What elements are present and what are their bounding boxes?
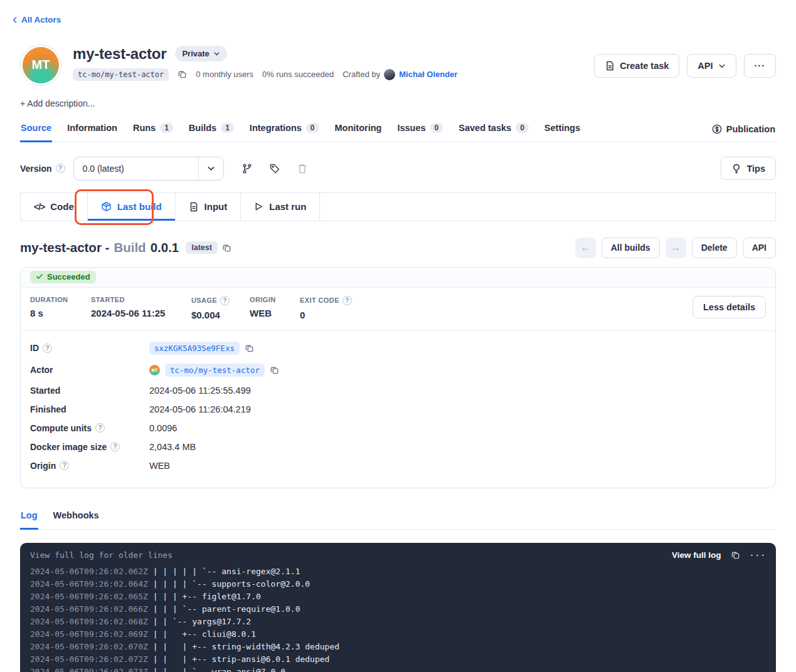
stat-usage: USAGE $0.004: [191, 296, 250, 320]
tab-monitoring[interactable]: Monitoring: [334, 117, 383, 142]
detail-label: Docker image size: [30, 442, 107, 452]
build-title: my-test-actor - Build 0.0.1 latest: [20, 240, 231, 255]
detail-label: Actor: [30, 365, 53, 375]
version-select-caret: [198, 157, 223, 180]
tab-label: Integrations: [250, 123, 302, 133]
delete-version-trash-icon[interactable]: [297, 163, 308, 174]
stat-exit-code: EXIT CODE 0: [300, 296, 352, 320]
subtab-last-build[interactable]: Last build: [88, 193, 176, 221]
tips-label: Tips: [746, 164, 765, 174]
detail-row-docker-image-size: Docker image size 2,043.4 MB: [30, 442, 766, 452]
stat-label: USAGE: [191, 297, 217, 304]
build-status-strip: Succeeded: [21, 268, 775, 288]
build-detail-rows: ID sxzKGK5A93Se9FExs Actor MT tc-mo/my-t…: [21, 330, 775, 488]
copy-log-button[interactable]: [731, 550, 740, 560]
stat-label: EXIT CODE: [300, 297, 339, 304]
build-actions: All builds Delete API: [575, 238, 776, 258]
log-timestamp: 2024-05-06T09:26:02.062Z: [30, 565, 148, 578]
detail-label: ID: [30, 343, 39, 353]
detail-row-compute-units: Compute units 0.0096: [30, 423, 766, 433]
log-timestamp: 2024-05-06T09:26:02.068Z: [30, 616, 148, 628]
usage-help-icon[interactable]: [220, 296, 230, 305]
log-line: 2024-05-06T09:26:02.064Z| | | | `-- supp…: [30, 578, 766, 591]
log-timestamp: 2024-05-06T09:26:02.072Z: [30, 653, 148, 666]
tab-source[interactable]: Source: [20, 117, 52, 142]
detail-label: Started: [30, 386, 60, 396]
actor-detail-page: All Actors MT my-test-actor Private tc-m…: [0, 0, 796, 672]
log-line: 2024-05-06T09:26:02.069Z| | +-- cliui@8.…: [30, 628, 766, 641]
visibility-label: Private: [182, 49, 209, 58]
add-description-button[interactable]: + Add description...: [20, 98, 776, 108]
actor-link-pill[interactable]: tc-mo/my-test-actor: [165, 364, 265, 377]
chevron-down-icon: [718, 62, 726, 70]
actor-title: my-test-actor: [73, 45, 166, 63]
dollar-circle-icon: [712, 124, 722, 134]
subtab-last-run[interactable]: Last run: [241, 193, 320, 221]
copy-handle-button[interactable]: [178, 70, 187, 79]
log-text: | | | +-- string-width@4.2.3 deduped: [148, 641, 339, 653]
id-help-icon[interactable]: [43, 344, 52, 353]
tab-label: Webhooks: [53, 510, 99, 520]
tab-saved-tasks[interactable]: Saved tasks0: [458, 117, 529, 142]
docker-size-help-icon[interactable]: [110, 442, 120, 451]
build-details-card: Succeeded DURATION 8 s STARTED 2024-05-0…: [20, 267, 776, 488]
lightbulb-icon: [731, 164, 741, 174]
view-full-log-button[interactable]: View full log: [672, 550, 721, 560]
tab-runs[interactable]: Runs1: [132, 117, 174, 142]
chevron-down-icon: [213, 50, 220, 57]
tab-webhooks[interactable]: Webhooks: [53, 505, 100, 530]
all-builds-button[interactable]: All builds: [602, 238, 660, 258]
tag-icon[interactable]: [269, 163, 280, 174]
version-help-icon[interactable]: [56, 164, 65, 173]
actor-title-block: my-test-actor Private tc-mo/my-test-acto…: [73, 45, 457, 81]
git-branch-icon[interactable]: [241, 163, 253, 174]
next-build-button[interactable]: [666, 238, 686, 258]
tab-label: Issues: [397, 123, 425, 133]
log-more-actions-button[interactable]: [750, 550, 766, 560]
api-label: API: [698, 61, 713, 71]
log-text: | | `-- yargs@17.7.2: [148, 616, 251, 628]
tab-information[interactable]: Information: [66, 117, 118, 142]
terminal-controls: View full log: [672, 550, 766, 560]
compute-units-help-icon[interactable]: [95, 423, 105, 433]
version-select[interactable]: 0.0 (latest): [73, 157, 224, 181]
package-icon: [101, 201, 112, 212]
build-api-button[interactable]: API: [743, 238, 776, 258]
visibility-badge[interactable]: Private: [175, 46, 226, 61]
previous-build-button[interactable]: [575, 238, 596, 258]
subtab-code[interactable]: Code: [21, 193, 88, 221]
tips-button[interactable]: Tips: [721, 157, 776, 180]
log-tabs-bar: Log Webhooks: [20, 505, 776, 530]
less-details-button[interactable]: Less details: [693, 296, 766, 318]
author-link[interactable]: Michał Olender: [399, 70, 457, 79]
chevron-left-icon: [11, 16, 19, 24]
copy-build-button[interactable]: [222, 243, 231, 253]
back-to-all-actors-link[interactable]: All Actors: [11, 15, 61, 24]
exit-code-help-icon[interactable]: [342, 296, 352, 305]
more-actions-button[interactable]: [744, 54, 777, 78]
log-line: 2024-05-06T09:26:02.062Z| | | | | `-- an…: [30, 565, 766, 578]
actor-handle[interactable]: tc-mo/my-test-actor: [73, 68, 169, 81]
file-icon: [189, 202, 199, 212]
stat-value: 8 s: [30, 308, 91, 318]
log-line: 2024-05-06T09:26:02.073Z| | | `-- wrap-a…: [30, 666, 766, 672]
build-id-pill[interactable]: sxzKGK5A93Se9FExs: [149, 342, 240, 355]
actor-header: MT my-test-actor Private tc-mo/my-test-a…: [20, 45, 776, 83]
copy-actor-button[interactable]: [270, 365, 279, 375]
log-text: | | | `-- parent-require@1.0.0: [148, 603, 300, 616]
log-text: | | | | | `-- ansi-regex@2.1.1: [148, 565, 300, 578]
tab-settings[interactable]: Settings: [544, 117, 581, 142]
tab-integrations[interactable]: Integrations0: [249, 117, 320, 142]
origin-help-icon[interactable]: [60, 461, 69, 470]
copy-build-id-button[interactable]: [245, 344, 254, 353]
tab-issues[interactable]: Issues0: [396, 117, 443, 142]
view-older-lines-link[interactable]: View full log for older lines: [30, 550, 172, 560]
tab-publication[interactable]: Publication: [711, 118, 776, 142]
api-button[interactable]: API: [687, 54, 736, 78]
tab-log[interactable]: Log: [20, 505, 38, 530]
subtab-input[interactable]: Input: [176, 193, 241, 221]
actor-avatar: MT: [23, 47, 59, 83]
tab-builds[interactable]: Builds1: [188, 117, 235, 142]
create-task-button[interactable]: Create task: [594, 54, 679, 78]
delete-build-button[interactable]: Delete: [692, 238, 737, 258]
